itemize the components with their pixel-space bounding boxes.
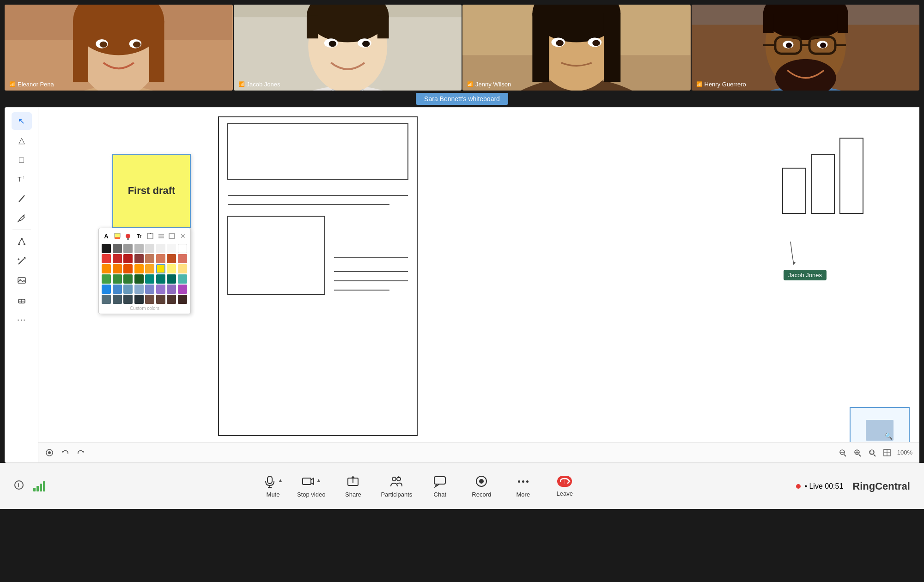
color-swatch-deeporange[interactable] (123, 264, 133, 273)
cp-border-btn[interactable] (146, 231, 155, 241)
tool-wand[interactable]: ✦ (12, 252, 32, 270)
tool-triangle[interactable]: △ (12, 132, 32, 149)
color-swatch-blue2[interactable] (113, 285, 122, 294)
cp-format-btn[interactable] (168, 231, 177, 241)
whiteboard-label-bar: Sara Bennett's whiteboard (0, 91, 924, 107)
video-tile-4[interactable]: 📶 Henry Guerrero (692, 5, 920, 91)
sticky-note[interactable]: First draft (112, 154, 191, 228)
color-swatch-bluegray1[interactable] (102, 295, 111, 304)
color-swatch-red1[interactable] (102, 254, 111, 263)
fit-to-screen-btn[interactable] (881, 446, 894, 459)
color-swatch-darkgray[interactable] (113, 244, 122, 253)
record-button[interactable]: Record (468, 474, 495, 498)
effects-icon (17, 236, 27, 247)
tool-pen[interactable] (12, 209, 32, 227)
more-button[interactable]: More (509, 474, 537, 498)
color-swatch-darkred[interactable] (134, 254, 144, 263)
color-swatch-brown1[interactable] (145, 295, 154, 304)
color-swatch-yellow1[interactable] (145, 264, 154, 273)
tool-effects[interactable] (12, 233, 32, 250)
video-tile-3[interactable]: 📶 Jenny Wilson (462, 5, 691, 91)
rect-icon: □ (19, 155, 24, 165)
tool-more[interactable]: ··· (12, 310, 32, 328)
tool-eraser[interactable] (12, 291, 32, 309)
color-picker-popup[interactable]: A Tr ✕ (98, 228, 191, 314)
tool-select[interactable]: ↖ (12, 112, 32, 130)
participants-button[interactable]: 4 Participants (381, 474, 412, 498)
color-swatch-violet[interactable] (178, 285, 187, 294)
tool-image[interactable] (12, 272, 32, 289)
svg-rect-107 (303, 478, 311, 485)
leave-button[interactable]: Leave (551, 475, 578, 497)
leave-icon (557, 475, 572, 487)
color-swatch-teal3[interactable] (167, 274, 176, 284)
color-swatch-yellow2[interactable] (156, 264, 165, 273)
zoom-actual-btn[interactable]: 1:1 (866, 446, 879, 459)
cp-text-btn[interactable]: A (102, 231, 111, 241)
cp-close-btn[interactable]: ✕ (178, 231, 188, 241)
color-swatch-lightteal[interactable] (178, 274, 187, 284)
undo-btn[interactable] (59, 446, 72, 459)
color-swatch-black[interactable] (102, 244, 111, 253)
color-swatch-amber[interactable] (134, 264, 144, 273)
color-swatch-orange[interactable] (102, 264, 111, 273)
cp-fill-btn[interactable] (124, 231, 133, 241)
whiteboard-canvas[interactable]: First draft A Tr (38, 107, 919, 463)
info-button[interactable]: i (14, 480, 24, 492)
signal-bars (33, 481, 45, 491)
svg-text:4: 4 (397, 475, 400, 479)
stop-video-button[interactable]: ▲ Stop video (297, 474, 325, 498)
share-button[interactable]: Share (339, 474, 367, 498)
redo-btn[interactable] (74, 446, 87, 459)
color-swatch-deepgreen[interactable] (123, 274, 133, 284)
color-swatch-bluegray2[interactable] (113, 295, 122, 304)
video-tile-2[interactable]: 📶 Jacob Jones (234, 5, 462, 91)
color-swatch-blue1[interactable] (102, 285, 111, 294)
chat-button[interactable]: Chat (426, 474, 454, 498)
svg-rect-16 (306, 16, 318, 38)
color-swatch-darkbluegray[interactable] (134, 295, 144, 304)
zoom-in-btn[interactable] (851, 446, 864, 459)
color-swatch-terracotta[interactable] (156, 254, 165, 263)
color-swatch-burnt[interactable] (167, 254, 176, 263)
mute-label: Mute (267, 491, 280, 498)
color-swatch-bluegray3[interactable] (123, 295, 133, 304)
color-swatch-teal2[interactable] (156, 274, 165, 284)
color-swatch-lightblue[interactable] (134, 285, 144, 294)
cp-lines-btn[interactable] (157, 231, 166, 241)
color-swatch-lighter[interactable] (145, 244, 154, 253)
color-swatch-lightyellow[interactable] (167, 264, 176, 273)
cp-highlight-btn[interactable] (113, 231, 122, 241)
color-swatch-offwhite[interactable] (167, 244, 176, 253)
color-swatch-paleyellow[interactable] (178, 264, 187, 273)
color-swatch-lightgray[interactable] (134, 244, 144, 253)
color-swatch-white[interactable] (178, 244, 187, 253)
color-swatch-blue3[interactable] (123, 285, 133, 294)
color-swatch-teal1[interactable] (145, 274, 154, 284)
color-swatch-darkorange[interactable] (113, 264, 122, 273)
cp-tr-btn[interactable]: Tr (134, 231, 144, 241)
settings-btn[interactable] (43, 446, 56, 459)
zoom-out-btn[interactable] (836, 446, 849, 459)
color-swatch-red2[interactable] (113, 254, 122, 263)
svg-rect-66 (115, 233, 120, 237)
color-swatch-coral[interactable] (178, 254, 187, 263)
color-swatch-forestgreen[interactable] (134, 274, 144, 284)
tool-rect[interactable]: □ (12, 151, 32, 169)
color-swatch-nearwhite[interactable] (156, 244, 165, 253)
mute-button[interactable]: ▲ Mute (263, 474, 283, 498)
color-swatch-indigo[interactable] (145, 285, 154, 294)
video-tile-1[interactable]: 📶 Eleanor Pena (5, 5, 233, 91)
color-swatch-green[interactable] (102, 274, 111, 284)
color-swatch-brown3[interactable] (167, 295, 176, 304)
tool-text[interactable]: T ↑ (12, 170, 32, 188)
color-swatch-salmon[interactable] (145, 254, 154, 263)
color-swatch-red3[interactable] (123, 254, 133, 263)
tool-line[interactable] (12, 190, 32, 207)
color-swatch-gray[interactable] (123, 244, 133, 253)
color-swatch-darkbrown[interactable] (178, 295, 187, 304)
color-swatch-darkgreen[interactable] (113, 274, 122, 284)
color-swatch-purple2[interactable] (167, 285, 176, 294)
color-swatch-purple1[interactable] (156, 285, 165, 294)
color-swatch-brown2[interactable] (156, 295, 165, 304)
